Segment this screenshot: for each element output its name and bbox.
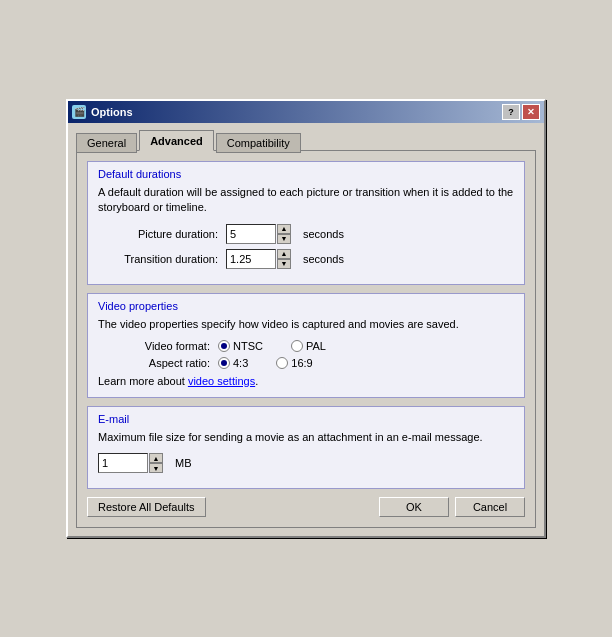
aspect-ratio-label: Aspect ratio: <box>98 357 218 369</box>
titlebar: 🎬 Options ? ✕ <box>68 101 544 123</box>
radio-16x9[interactable]: 16:9 <box>276 357 312 369</box>
tab-general[interactable]: General <box>76 133 137 153</box>
tab-advanced[interactable]: Advanced <box>139 130 214 151</box>
radio-pal-circle <box>291 340 303 352</box>
ok-cancel-group: OK Cancel <box>379 497 525 517</box>
picture-duration-down[interactable]: ▼ <box>277 234 291 244</box>
radio-pal[interactable]: PAL <box>291 340 326 352</box>
email-size-input[interactable] <box>98 453 148 473</box>
transition-duration-unit: seconds <box>303 253 344 265</box>
picture-duration-spin-buttons: ▲ ▼ <box>277 224 291 244</box>
transition-duration-row: Transition duration: ▲ ▼ seconds <box>98 249 514 269</box>
app-icon: 🎬 <box>72 105 86 119</box>
video-settings-link[interactable]: video settings <box>188 375 255 387</box>
email-size-down[interactable]: ▼ <box>149 463 163 473</box>
window-title-group: 🎬 Options <box>72 105 133 119</box>
window-title: Options <box>91 106 133 118</box>
tab-compatibility[interactable]: Compatibility <box>216 133 301 153</box>
help-button[interactable]: ? <box>502 104 520 120</box>
video-format-row: Video format: NTSC PAL <box>98 340 514 352</box>
section-title-video-properties: Video properties <box>98 300 514 312</box>
section-title-email: E-mail <box>98 413 514 425</box>
restore-defaults-button[interactable]: Restore All Defaults <box>87 497 206 517</box>
video-format-options: NTSC PAL <box>218 340 342 352</box>
radio-ntsc-label: NTSC <box>233 340 263 352</box>
email-size-up[interactable]: ▲ <box>149 453 163 463</box>
email-size-unit: MB <box>175 457 192 469</box>
transition-duration-label: Transition duration: <box>98 253 218 265</box>
section-desc-video-properties: The video properties specify how video i… <box>98 317 514 332</box>
radio-4x3[interactable]: 4:3 <box>218 357 248 369</box>
tab-content-advanced: Default durations A default duration wil… <box>76 150 536 529</box>
ok-button[interactable]: OK <box>379 497 449 517</box>
video-format-label: Video format: <box>98 340 218 352</box>
transition-duration-input[interactable] <box>226 249 276 269</box>
window-body: General Advanced Compatibility Default d… <box>68 123 544 537</box>
radio-ntsc[interactable]: NTSC <box>218 340 263 352</box>
radio-4x3-label: 4:3 <box>233 357 248 369</box>
section-desc-default-durations: A default duration will be assigned to e… <box>98 185 514 216</box>
learn-more-suffix: . <box>255 375 258 387</box>
section-email: E-mail Maximum file size for sending a m… <box>87 406 525 489</box>
close-button[interactable]: ✕ <box>522 104 540 120</box>
picture-duration-unit: seconds <box>303 228 344 240</box>
learn-more-row: Learn more about video settings. <box>98 375 514 387</box>
picture-duration-up[interactable]: ▲ <box>277 224 291 234</box>
radio-16x9-label: 16:9 <box>291 357 312 369</box>
section-default-durations: Default durations A default duration wil… <box>87 161 525 285</box>
section-title-default-durations: Default durations <box>98 168 514 180</box>
picture-duration-row: Picture duration: ▲ ▼ seconds <box>98 224 514 244</box>
radio-ntsc-circle <box>218 340 230 352</box>
transition-duration-down[interactable]: ▼ <box>277 259 291 269</box>
radio-4x3-circle <box>218 357 230 369</box>
tab-bar: General Advanced Compatibility <box>76 131 536 151</box>
bottom-buttons: Restore All Defaults OK Cancel <box>87 497 525 517</box>
email-size-spinner: ▲ ▼ <box>98 453 163 473</box>
transition-duration-spin-buttons: ▲ ▼ <box>277 249 291 269</box>
learn-more-prefix: Learn more about <box>98 375 188 387</box>
titlebar-buttons: ? ✕ <box>502 104 540 120</box>
section-video-properties: Video properties The video properties sp… <box>87 293 525 398</box>
email-size-row: ▲ ▼ MB <box>98 453 514 473</box>
email-size-spin-buttons: ▲ ▼ <box>149 453 163 473</box>
picture-duration-input[interactable] <box>226 224 276 244</box>
options-dialog: 🎬 Options ? ✕ General Advanced Compatibi… <box>66 99 546 539</box>
radio-16x9-circle <box>276 357 288 369</box>
radio-pal-label: PAL <box>306 340 326 352</box>
transition-duration-spinner: ▲ ▼ <box>226 249 291 269</box>
picture-duration-label: Picture duration: <box>98 228 218 240</box>
cancel-button[interactable]: Cancel <box>455 497 525 517</box>
picture-duration-spinner: ▲ ▼ <box>226 224 291 244</box>
transition-duration-up[interactable]: ▲ <box>277 249 291 259</box>
aspect-ratio-row: Aspect ratio: 4:3 16:9 <box>98 357 514 369</box>
aspect-ratio-options: 4:3 16:9 <box>218 357 329 369</box>
section-desc-email: Maximum file size for sending a movie as… <box>98 430 514 445</box>
